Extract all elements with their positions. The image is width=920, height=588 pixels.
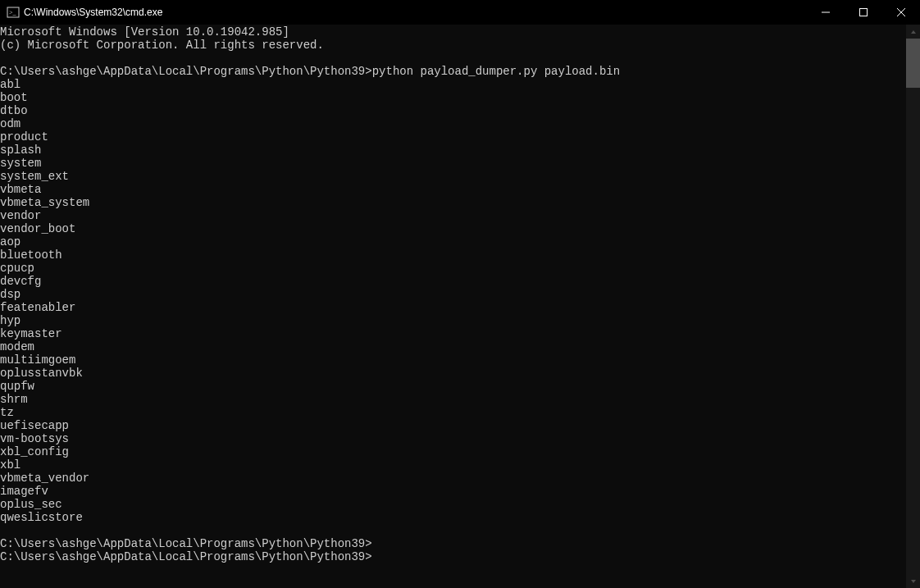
console-line: (c) Microsoft Corporation. All rights re… <box>0 39 906 52</box>
console-line: vm-bootsys <box>0 432 906 445</box>
svg-rect-3 <box>860 9 868 16</box>
console-line: bluetooth <box>0 248 906 262</box>
console-line: multiimgoem <box>0 353 906 367</box>
console-line: vendor_boot <box>0 222 906 235</box>
console-line: product <box>0 130 906 144</box>
maximize-button[interactable] <box>845 0 882 25</box>
console-line: devcfg <box>0 275 906 288</box>
minimize-button[interactable] <box>807 0 845 25</box>
client-area: Microsoft Windows [Version 10.0.19042.98… <box>0 25 920 588</box>
console-line: shrm <box>0 393 906 406</box>
console-line: modem <box>0 340 906 353</box>
svg-marker-7 <box>911 580 916 583</box>
console-line: abl <box>0 78 906 91</box>
console-line: system_ext <box>0 170 906 183</box>
console-line: imagefv <box>0 485 906 498</box>
scroll-down-button[interactable] <box>906 574 920 588</box>
close-button[interactable] <box>882 0 920 25</box>
console-line: vbmeta_vendor <box>0 472 906 485</box>
console-line: system <box>0 157 906 170</box>
console-line: vendor <box>0 209 906 222</box>
cmd-window: >_ C:\Windows\System32\cmd.exe Microsoft… <box>0 0 920 588</box>
cmd-icon: >_ <box>7 6 20 19</box>
console-line: oplus_sec <box>0 498 906 511</box>
console-line: featenabler <box>0 301 906 314</box>
svg-marker-6 <box>911 30 916 34</box>
console-line: uefisecapp <box>0 419 906 432</box>
console-line: vbmeta <box>0 183 906 196</box>
console-line: hyp <box>0 314 906 327</box>
console-line <box>0 52 906 65</box>
console-line: splash <box>0 144 906 157</box>
window-title: C:\Windows\System32\cmd.exe <box>24 7 162 18</box>
console-line <box>0 524 906 537</box>
console-line: C:\Users\ashge\AppData\Local\Programs\Py… <box>0 65 906 78</box>
console-line: tz <box>0 406 906 419</box>
console-line: C:\Users\ashge\AppData\Local\Programs\Py… <box>0 537 906 550</box>
console-line: odm <box>0 117 906 130</box>
console-line: C:\Users\ashge\AppData\Local\Programs\Py… <box>0 550 906 563</box>
console-line: oplusstanvbk <box>0 367 906 380</box>
console-line: dtbo <box>0 104 906 117</box>
console-line: Microsoft Windows [Version 10.0.19042.98… <box>0 25 906 39</box>
scroll-thumb[interactable] <box>906 39 920 88</box>
console-line: cpucp <box>0 262 906 275</box>
console-line: aop <box>0 235 906 248</box>
console-line: boot <box>0 91 906 104</box>
vertical-scrollbar[interactable] <box>906 25 920 588</box>
console-line: xbl <box>0 458 906 472</box>
scroll-up-button[interactable] <box>906 25 920 39</box>
console-line: xbl_config <box>0 445 906 458</box>
console-line: vbmeta_system <box>0 196 906 209</box>
console-line: keymaster <box>0 327 906 340</box>
console-line: qupfw <box>0 380 906 393</box>
titlebar[interactable]: >_ C:\Windows\System32\cmd.exe <box>0 0 920 25</box>
console-line: qweslicstore <box>0 511 906 524</box>
console-output[interactable]: Microsoft Windows [Version 10.0.19042.98… <box>0 25 906 588</box>
console-line: dsp <box>0 288 906 301</box>
svg-text:>_: >_ <box>9 9 17 16</box>
